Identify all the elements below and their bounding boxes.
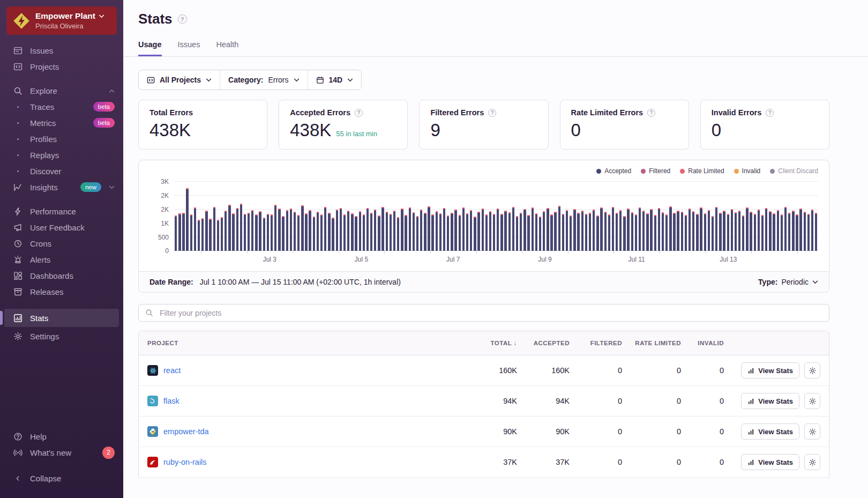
axis-tick xyxy=(522,251,522,254)
view-stats-button[interactable]: View Stats xyxy=(741,393,799,409)
sidebar-item-stats[interactable]: Stats xyxy=(4,309,119,327)
cell-total: 160K xyxy=(465,366,517,375)
card-invalid-errors: Invalid Errors? 0 xyxy=(700,100,829,150)
accepted-errors-value: 438K55 in last min xyxy=(290,120,396,140)
legend-accepted[interactable]: Accepted xyxy=(596,167,631,175)
gear-icon xyxy=(809,367,817,375)
axis-tick xyxy=(201,251,201,254)
sidebar-item-profiles[interactable]: Profiles xyxy=(0,131,123,147)
chart-bar xyxy=(309,210,311,251)
project-settings-button[interactable] xyxy=(804,393,820,409)
chart-bar xyxy=(600,207,602,251)
col-accepted[interactable]: ACCEPTED xyxy=(517,340,570,346)
sidebar-collapse-button[interactable]: Collapse xyxy=(0,470,123,486)
sidebar-item-insights[interactable]: Insights new xyxy=(0,179,123,195)
gear-icon xyxy=(809,458,817,466)
help-tooltip-icon[interactable]: ? xyxy=(647,109,655,117)
chart-bar xyxy=(746,207,748,251)
chart-bar xyxy=(267,214,269,251)
sidebar-item-projects[interactable]: Projects xyxy=(0,58,123,75)
sidebar-item-releases[interactable]: Releases xyxy=(0,284,123,300)
sidebar-item-whats-new[interactable]: What's new 2 xyxy=(0,444,123,460)
insights-icon xyxy=(13,183,23,192)
legend-dot xyxy=(596,169,601,174)
cell-invalid: 0 xyxy=(681,397,724,405)
sidebar-item-settings[interactable]: Settings xyxy=(0,328,123,344)
sidebar-item-traces[interactable]: Traces beta xyxy=(0,99,123,115)
chart-footer: Date Range: Jul 1 10:00 AM — Jul 15 11:0… xyxy=(139,271,829,292)
project-search-input[interactable] xyxy=(159,308,822,318)
legend-filtered[interactable]: Filtered xyxy=(641,167,670,175)
help-tooltip-icon[interactable]: ? xyxy=(355,109,363,117)
org-switcher[interactable]: Empower Plant Priscila Oliveira xyxy=(6,6,117,35)
col-rate-limited[interactable]: RATE LIMITED xyxy=(622,340,681,346)
page-header: Stats ? Usage Issues Health xyxy=(123,0,868,57)
chart-bar xyxy=(198,220,200,251)
chart-bar xyxy=(497,209,499,251)
cell-total: 90K xyxy=(465,427,517,436)
project-link[interactable]: react xyxy=(163,366,181,375)
tab-usage[interactable]: Usage xyxy=(138,40,162,56)
sidebar-item-explore[interactable]: Explore xyxy=(0,83,123,99)
help-tooltip-icon[interactable]: ? xyxy=(178,14,187,24)
project-link[interactable]: ruby-on-rails xyxy=(163,458,207,466)
view-stats-button[interactable]: View Stats xyxy=(741,423,799,440)
card-accepted-errors: Accepted Errors? 438K55 in last min xyxy=(279,100,408,150)
sidebar-item-user-feedback[interactable]: User Feedback xyxy=(0,219,123,235)
chart-bar xyxy=(635,214,637,251)
calendar-icon xyxy=(316,76,324,84)
sidebar-item-alerts[interactable]: Alerts xyxy=(0,251,123,267)
col-filtered[interactable]: FILTERED xyxy=(570,340,622,346)
chart-bar xyxy=(781,214,783,251)
sidebar-item-issues[interactable]: Issues xyxy=(0,42,123,58)
chart-bar xyxy=(792,211,794,251)
sidebar-item-dashboards[interactable]: Dashboards xyxy=(0,267,123,284)
sidebar-item-performance[interactable]: Performance xyxy=(0,203,123,219)
app-root: Empower Plant Priscila Oliveira Issues P… xyxy=(0,0,868,498)
project-filter-dropdown[interactable]: All Projects xyxy=(139,70,220,90)
rate-note: 55 in last min xyxy=(336,130,377,138)
issues-icon xyxy=(13,46,23,55)
sidebar-item-crons[interactable]: Crons xyxy=(0,235,123,251)
chart-bar xyxy=(696,214,698,251)
chart-bar xyxy=(700,207,702,251)
project-settings-button[interactable] xyxy=(804,454,820,470)
chart-bar xyxy=(784,207,787,251)
chart-x-axis: Jul 3Jul 5Jul 7Jul 9Jul 11Jul 13 xyxy=(174,251,818,265)
type-dropdown[interactable]: Type: Periodic xyxy=(758,278,818,286)
chart-bar xyxy=(370,213,372,251)
help-tooltip-icon[interactable]: ? xyxy=(488,109,496,117)
sidebar-item-metrics[interactable]: Metrics beta xyxy=(0,115,123,131)
chart-bar xyxy=(689,209,691,251)
org-user: Priscila Oliveira xyxy=(35,22,104,30)
chart-bar xyxy=(758,210,760,251)
col-total-sort[interactable]: TOTAL ↓ xyxy=(465,340,517,346)
project-settings-button[interactable] xyxy=(804,362,820,378)
legend-rate-limited[interactable]: Rate Limited xyxy=(680,167,724,175)
legend-client-discard[interactable]: Client Discard xyxy=(770,167,818,175)
chart-bar xyxy=(324,207,326,251)
sidebar-item-help[interactable]: Help xyxy=(0,428,123,444)
sidebar-item-replays[interactable]: Replays xyxy=(0,147,123,163)
stat-cards: Total Errors 438K Accepted Errors? 438K5… xyxy=(138,100,829,150)
date-range-dropdown[interactable]: 14D xyxy=(308,70,362,90)
chart-bar xyxy=(665,214,668,251)
project-link[interactable]: flask xyxy=(163,397,179,405)
tab-health[interactable]: Health xyxy=(216,40,238,56)
view-stats-button[interactable]: View Stats xyxy=(741,362,799,378)
chart-bar xyxy=(271,214,273,251)
sidebar-item-discover[interactable]: Discover xyxy=(0,163,123,179)
chart-plot-area[interactable] xyxy=(174,181,818,251)
help-tooltip-icon[interactable]: ? xyxy=(766,109,774,117)
project-settings-button[interactable] xyxy=(804,423,820,440)
chart-bar xyxy=(397,217,399,251)
category-filter-dropdown[interactable]: Category: Errors xyxy=(220,70,307,90)
chevron-down-icon xyxy=(294,78,300,82)
project-link[interactable]: empower-tda xyxy=(163,427,209,436)
view-stats-button[interactable]: View Stats xyxy=(741,454,799,470)
col-invalid[interactable]: INVALID xyxy=(681,340,724,346)
search-icon xyxy=(145,309,153,317)
legend-invalid[interactable]: Invalid xyxy=(734,167,761,175)
tab-issues[interactable]: Issues xyxy=(178,40,200,56)
axis-tick xyxy=(568,251,568,254)
